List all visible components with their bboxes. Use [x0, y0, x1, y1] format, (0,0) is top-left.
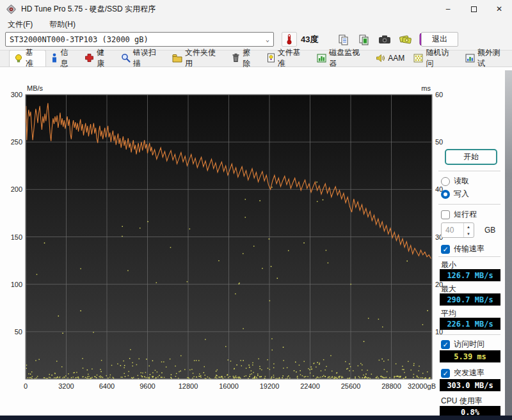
transfer-rate-label: 传输速率 — [454, 244, 484, 254]
access-time-value: 5.39 ms — [440, 350, 500, 362]
burst-rate-value: 303.0 MB/s — [440, 379, 500, 391]
svg-text:50: 50 — [15, 328, 22, 336]
disk-monitor-icon — [317, 54, 326, 63]
copy-image-icon — [358, 34, 370, 45]
register-button[interactable] — [397, 32, 413, 47]
minimize-button[interactable]: – — [435, 0, 461, 18]
folder-icon — [172, 54, 182, 63]
info-icon — [51, 53, 58, 63]
short-stroke-unit: GB — [484, 226, 495, 235]
tab-label: 信息 — [61, 47, 76, 69]
tab-erase[interactable]: 擦除 — [227, 50, 262, 66]
svg-text:100: 100 — [11, 281, 22, 288]
menu-bar: 文件(F) 帮助(H) — [0, 18, 512, 31]
svg-text:200: 200 — [11, 185, 22, 193]
tab-bar: 基准 信息 健康 错误扫描 文件夹 — [0, 50, 512, 67]
exit-button[interactable]: 退出 — [421, 32, 458, 47]
tab-extra-tests[interactable]: 额外测试 — [461, 50, 512, 66]
tab-label: 健康 — [97, 47, 112, 69]
svg-text:150: 150 — [11, 233, 22, 241]
svg-text:3200: 3200 — [58, 382, 74, 390]
temperature-button[interactable] — [282, 32, 297, 47]
svg-text:MB/s: MB/s — [27, 84, 44, 92]
app-window: HD Tune Pro 5.75 - 硬盘/SSD 实用程序 – ✕ 文件(F)… — [0, 0, 512, 420]
window-title: HD Tune Pro 5.75 - 硬盘/SSD 实用程序 — [21, 4, 156, 15]
menu-file[interactable]: 文件(F) — [6, 19, 34, 31]
max-value: 290.7 MB/s — [440, 293, 500, 306]
drive-select-value: ST32000NT000-3TP103 (32000 gB) — [10, 35, 148, 44]
checkbox-checked-icon: ✓ — [441, 340, 450, 349]
tab-label: 基准 — [26, 47, 41, 69]
tab-label: 额外测试 — [477, 47, 508, 69]
camera-icon — [378, 35, 391, 45]
tab-label: 文件夹使用 — [185, 47, 223, 69]
tab-benchmark[interactable]: 基准 — [9, 50, 46, 66]
svg-text:25600: 25600 — [341, 382, 361, 390]
temperature-value: 43度 — [301, 34, 318, 45]
title-bar: HD Tune Pro 5.75 - 硬盘/SSD 实用程序 – ✕ — [0, 0, 512, 18]
read-radio[interactable]: 读取 — [441, 176, 469, 187]
screenshot-button[interactable] — [376, 32, 393, 47]
burst-rate-checkbox[interactable]: ✓ 突发速率 — [441, 368, 484, 378]
short-stroke-size-stepper[interactable]: ▲▼ — [441, 222, 474, 238]
tab-info[interactable]: 信息 — [46, 50, 81, 66]
tab-aam[interactable]: AAM — [371, 50, 409, 66]
write-radio[interactable]: 写入 — [441, 189, 469, 199]
svg-text:32000gB: 32000gB — [408, 382, 436, 390]
svg-text:9600: 9600 — [140, 382, 155, 390]
health-cross-icon — [84, 53, 94, 63]
thermometer-icon — [286, 34, 292, 45]
start-button[interactable]: 开始 — [445, 149, 497, 165]
svg-text:300: 300 — [11, 91, 22, 98]
svg-text:22400: 22400 — [300, 382, 320, 390]
maximize-button[interactable] — [461, 0, 486, 18]
copy-image-button[interactable] — [356, 32, 372, 47]
radio-icon — [441, 177, 450, 186]
control-panel: 开始 读取 写入 短行程 ▲▼ GB ✓ 传输速率 — [438, 137, 502, 420]
tab-folder-usage[interactable]: 文件夹使用 — [168, 50, 227, 66]
svg-text:28800: 28800 — [381, 382, 401, 390]
svg-text:0: 0 — [24, 382, 28, 390]
access-time-checkbox[interactable]: ✓ 访问时间 — [441, 339, 484, 350]
copy-text-button[interactable] — [335, 32, 352, 47]
tab-disk-monitor[interactable]: 磁盘监视器 — [312, 50, 371, 66]
avg-value: 226.1 MB/s — [440, 318, 500, 330]
svg-text:19200: 19200 — [260, 382, 280, 390]
short-stroke-checkbox[interactable]: 短行程 — [441, 209, 477, 220]
drive-select[interactable]: ST32000NT000-3TP103 (32000 gB) ⌄ — [5, 32, 274, 47]
svg-text:ms: ms — [421, 84, 431, 92]
stepper-down-icon[interactable]: ▼ — [464, 230, 473, 237]
tab-random-access[interactable]: 随机访问 — [409, 50, 460, 66]
tab-label: 错误扫描 — [133, 47, 163, 69]
tab-label: 磁盘监视器 — [329, 47, 367, 69]
extra-tests-icon — [465, 54, 475, 63]
maximize-icon — [471, 6, 477, 12]
menu-help[interactable]: 帮助(H) — [48, 19, 77, 31]
transfer-rate-checkbox[interactable]: ✓ 传输速率 — [441, 244, 484, 254]
read-radio-label: 读取 — [454, 176, 469, 187]
access-time-label: 访问时间 — [454, 339, 484, 350]
app-icon — [6, 4, 16, 14]
file-benchmark-icon — [267, 53, 275, 63]
chevron-down-icon: ⌄ — [266, 36, 269, 43]
burst-rate-label: 突发速率 — [454, 368, 484, 378]
window-edge-scrollbar — [505, 70, 512, 416]
close-button[interactable]: ✕ — [486, 0, 512, 18]
speaker-icon — [376, 54, 385, 63]
short-stroke-size-input[interactable] — [442, 223, 463, 237]
stepper-up-icon[interactable]: ▲ — [464, 223, 473, 230]
money-icon — [399, 34, 412, 45]
svg-text:250: 250 — [11, 138, 22, 146]
tab-error-scan[interactable]: 错误扫描 — [116, 50, 168, 66]
cpu-usage-label: CPU 使用率 — [441, 396, 483, 407]
svg-text:6400: 6400 — [99, 382, 115, 390]
checkbox-icon — [441, 210, 450, 219]
checkbox-checked-icon: ✓ — [441, 245, 450, 254]
tab-file-benchmark[interactable]: 文件基准 — [262, 50, 312, 66]
min-value: 126.7 MB/s — [440, 269, 500, 281]
tab-label: 文件基准 — [278, 47, 308, 69]
random-access-icon — [413, 54, 423, 63]
trash-icon — [232, 53, 240, 63]
tab-health[interactable]: 健康 — [80, 50, 116, 66]
copy-text-icon — [338, 34, 349, 45]
